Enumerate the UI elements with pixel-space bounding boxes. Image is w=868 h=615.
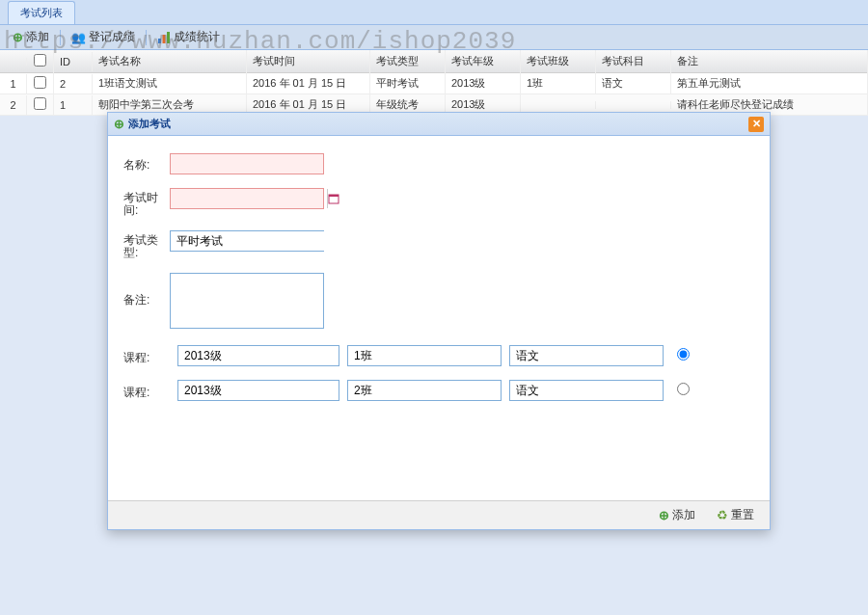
- svg-rect-2: [167, 32, 170, 43]
- dialog-title: 添加考试: [128, 117, 171, 131]
- header-subject[interactable]: 考试科目: [596, 50, 671, 72]
- header-checkbox[interactable]: [27, 50, 54, 72]
- cell-name: 1班语文测试: [93, 72, 247, 94]
- dialog-footer: ⊕ 添加 ♻ 重置: [108, 500, 770, 529]
- tab-label: 考试列表: [20, 7, 63, 18]
- course-row: 课程:: [123, 380, 754, 401]
- type-combo[interactable]: [170, 230, 324, 252]
- add-icon: ⊕: [114, 117, 124, 131]
- grid-header: ID 考试名称 考试时间 考试类型 考试年级 考试班级 考试科目 备注: [0, 50, 868, 73]
- name-input[interactable]: [170, 153, 324, 174]
- type-label: 考试类型:: [123, 230, 170, 259]
- row-checkbox[interactable]: [27, 94, 54, 116]
- tab-exam-list[interactable]: 考试列表: [8, 1, 75, 24]
- header-class[interactable]: 考试班级: [521, 50, 596, 72]
- cell-type: 平时考试: [370, 72, 446, 94]
- header-name[interactable]: 考试名称: [93, 50, 247, 72]
- cell-class: 1班: [521, 72, 596, 94]
- tab-bar: 考试列表: [0, 0, 868, 25]
- dialog-add-button[interactable]: ⊕ 添加: [653, 504, 701, 526]
- header-time[interactable]: 考试时间: [247, 50, 370, 72]
- add-label: 添加: [26, 29, 49, 45]
- header-grade[interactable]: 考试年级: [446, 50, 521, 72]
- time-label: 考试时间:: [123, 188, 170, 217]
- dialog-header[interactable]: ⊕ 添加考试 ✕: [108, 113, 770, 136]
- svg-rect-0: [158, 39, 161, 43]
- stat-label: 成绩统计: [174, 29, 220, 45]
- chart-icon: [157, 31, 171, 44]
- cell-id: 2: [54, 74, 93, 94]
- add-icon: ⊕: [659, 508, 669, 522]
- course-radio[interactable]: [677, 348, 690, 361]
- table-row[interactable]: 121班语文测试2016 年 01 月 15 日平时考试2013级1班语文第五单…: [0, 73, 868, 94]
- cell-subject: [596, 101, 671, 109]
- course-grade-input[interactable]: [177, 380, 339, 401]
- type-input[interactable]: [171, 231, 327, 251]
- exam-grid: ID 考试名称 考试时间 考试类型 考试年级 考试班级 考试科目 备注 121班…: [0, 50, 868, 116]
- cell-id: 1: [54, 95, 93, 115]
- svg-rect-4: [329, 195, 339, 197]
- course-subject-input[interactable]: [509, 345, 664, 366]
- rownum: 2: [0, 95, 27, 115]
- header-remark[interactable]: 备注: [671, 50, 868, 72]
- close-icon[interactable]: ✕: [748, 117, 764, 132]
- time-input-wrap: [170, 188, 324, 209]
- course-label: 课程:: [123, 381, 170, 401]
- toolbar: ⊕ 添加 👥 登记成绩 成绩统计: [0, 25, 868, 50]
- add-icon: ⊕: [13, 30, 23, 44]
- cell-grade: 2013级: [446, 72, 521, 94]
- cell-time: 2016 年 01 月 15 日: [247, 72, 370, 94]
- course-class-input[interactable]: [347, 380, 502, 401]
- add-button[interactable]: ⊕ 添加: [8, 27, 54, 47]
- course-radio[interactable]: [677, 383, 690, 395]
- cell-class: [521, 101, 596, 109]
- header-rownum: [0, 58, 27, 66]
- course-label: 课程:: [123, 346, 170, 366]
- score-button[interactable]: 👥 登记成绩: [67, 27, 140, 47]
- refresh-icon: ♻: [717, 508, 728, 522]
- stat-button[interactable]: 成绩统计: [152, 27, 225, 47]
- cell-subject: 语文: [596, 72, 671, 94]
- course-grade-input[interactable]: [177, 345, 339, 366]
- svg-rect-1: [163, 35, 166, 43]
- remark-textarea[interactable]: [170, 273, 324, 329]
- rownum: 1: [0, 74, 27, 94]
- toolbar-separator: [146, 30, 147, 45]
- dialog-reset-label: 重置: [731, 507, 754, 523]
- grid-body: 121班语文测试2016 年 01 月 15 日平时考试2013级1班语文第五单…: [0, 73, 868, 116]
- toolbar-separator: [60, 30, 61, 45]
- dialog-reset-button[interactable]: ♻ 重置: [711, 504, 760, 526]
- remark-label: 备注:: [123, 273, 170, 308]
- course-class-input[interactable]: [347, 345, 502, 366]
- course-subject-input[interactable]: [509, 380, 664, 401]
- score-label: 登记成绩: [89, 29, 135, 45]
- dialog-body: 名称: 考试时间: 考试类型:: [108, 136, 770, 500]
- time-input[interactable]: [171, 190, 327, 207]
- header-id[interactable]: ID: [54, 52, 93, 71]
- user-icon: 👥: [71, 31, 86, 44]
- header-type[interactable]: 考试类型: [370, 50, 446, 72]
- dialog-add-label: 添加: [672, 507, 695, 523]
- calendar-icon[interactable]: [327, 189, 339, 208]
- add-exam-dialog: ⊕ 添加考试 ✕ 名称: 考试时间: 考试类型:: [107, 112, 771, 530]
- cell-remark: 第五单元测试: [671, 72, 868, 94]
- course-rows: 课程:课程:: [123, 345, 754, 401]
- course-row: 课程:: [123, 345, 754, 366]
- row-checkbox[interactable]: [27, 72, 54, 94]
- name-label: 名称:: [123, 153, 170, 174]
